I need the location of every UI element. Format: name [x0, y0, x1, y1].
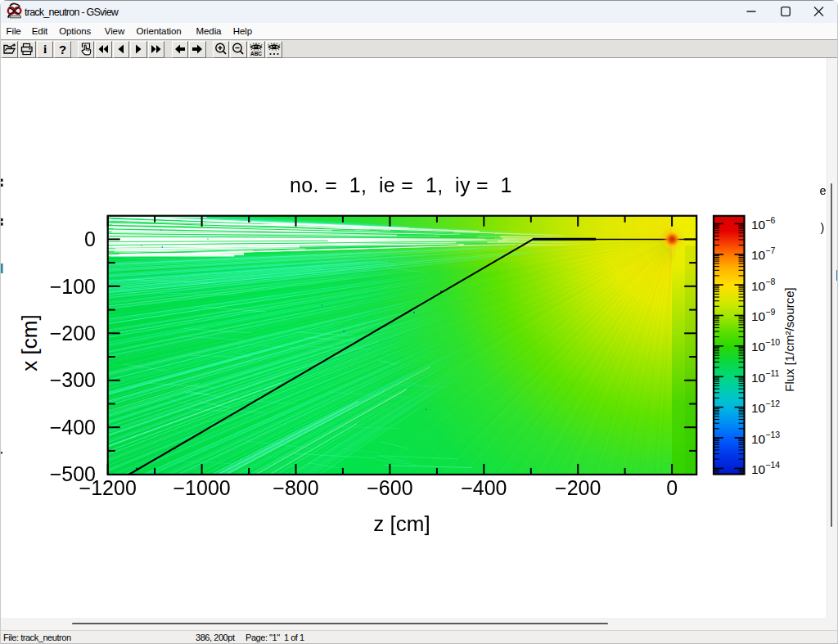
svg-text:−800: −800: [273, 476, 318, 499]
svg-text:z [cm]: z [cm]: [373, 511, 430, 536]
svg-text:0: 0: [84, 227, 96, 250]
svg-text:10−8: 10−8: [751, 277, 775, 293]
svg-text:−100: −100: [50, 275, 96, 298]
svg-text:Flux [1/cm²/source]: Flux [1/cm²/source]: [782, 287, 796, 392]
svg-text:−600: −600: [367, 476, 412, 499]
svg-text:−200: −200: [555, 476, 601, 499]
svg-text:ABC: ABC: [250, 51, 262, 56]
svg-text:e: e: [820, 184, 827, 197]
svg-text:−1000: −1000: [173, 476, 230, 499]
svg-text:−400: −400: [461, 476, 507, 499]
svg-text:): ): [821, 221, 825, 234]
svg-text:−500: −500: [50, 462, 96, 485]
svg-text:10−12: 10−12: [751, 399, 780, 415]
svg-text:−200: −200: [50, 322, 96, 345]
svg-text:10−13: 10−13: [751, 430, 780, 446]
svg-text:no. = 1, ie = 1, iy = 1: no. = 1, ie = 1, iy = 1: [290, 173, 512, 196]
svg-text:10−9: 10−9: [751, 307, 775, 323]
svg-text:−300: −300: [50, 368, 96, 391]
svg-text:10−10: 10−10: [751, 337, 780, 354]
svg-text:0: 0: [666, 476, 678, 499]
svg-text:10−7: 10−7: [751, 245, 775, 262]
svg-text:−400: −400: [50, 416, 96, 439]
svg-text:10−14: 10−14: [751, 460, 780, 476]
svg-text:10−6: 10−6: [751, 215, 775, 232]
svg-text:10−11: 10−11: [751, 368, 779, 385]
svg-text:x [cm]: x [cm]: [17, 314, 42, 371]
